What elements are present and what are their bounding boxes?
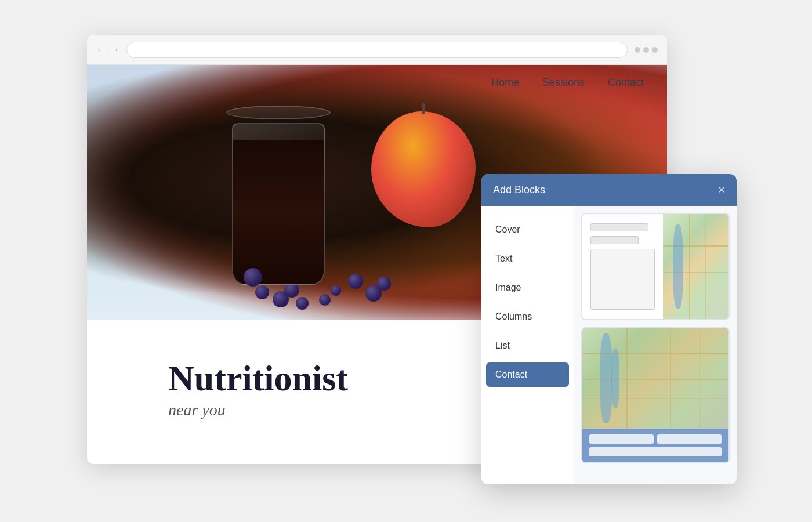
blueberry-2 [296, 297, 309, 310]
panel-header: Add Blocks × [481, 174, 737, 206]
smoothie-glass [220, 88, 336, 285]
map-water-full-2 [611, 349, 619, 409]
map-road-full-v1 [626, 328, 628, 429]
dot-2 [643, 47, 649, 53]
browser-dots [635, 47, 658, 53]
nav-sessions[interactable]: Sessions [542, 77, 585, 89]
preview-map-full [582, 328, 728, 429]
block-preview [574, 206, 737, 484]
preview-form-row-1 [589, 434, 722, 444]
preview-form-input-full [589, 447, 722, 456]
block-menu: Cover Text Image Columns List Contact [481, 206, 574, 484]
menu-item-contact[interactable]: Contact [486, 362, 569, 387]
dot-1 [635, 47, 640, 53]
glass-body [232, 123, 325, 285]
nav-contact[interactable]: Contact [608, 77, 644, 89]
menu-item-image[interactable]: Image [481, 273, 574, 302]
preview-input-2 [590, 236, 639, 244]
map-water-full-1 [600, 334, 612, 424]
add-blocks-panel: Add Blocks × Cover Text Image Columns Li… [481, 174, 737, 484]
blueberry-4 [319, 294, 331, 306]
menu-item-cover[interactable]: Cover [481, 215, 574, 244]
preview-map-side [663, 214, 728, 319]
glass-rim [226, 106, 331, 119]
blueberry-lg-2 [348, 274, 363, 289]
blueberry-lg-1 [244, 268, 262, 287]
preview-form-side [582, 214, 663, 319]
panel-close-button[interactable]: × [718, 183, 725, 197]
back-arrow[interactable]: ← [96, 45, 106, 55]
map-road-v2 [705, 214, 706, 319]
apple-stem [422, 103, 425, 114]
url-bar[interactable] [126, 42, 628, 58]
blueberry-3 [255, 285, 269, 299]
scene: ← → [87, 35, 725, 487]
blueberry-6 [331, 285, 341, 296]
forward-arrow[interactable]: → [110, 45, 119, 55]
apple [371, 111, 476, 227]
map-water-1 [673, 224, 683, 309]
browser-nav: ← → [96, 45, 119, 55]
map-road-v1 [689, 214, 690, 319]
preview-textarea [590, 249, 655, 310]
preview-input-1 [590, 223, 648, 231]
blueberry-sm-1 [377, 277, 391, 291]
browser-toolbar: ← → [87, 35, 667, 65]
menu-item-list[interactable]: List [481, 331, 574, 360]
map-road-full-v2 [670, 328, 671, 429]
panel-title: Add Blocks [493, 184, 545, 196]
dot-3 [652, 47, 658, 53]
preview-card-2[interactable] [581, 327, 730, 463]
nav-home[interactable]: Home [491, 77, 519, 89]
preview-form-input-2 [657, 434, 722, 444]
site-navbar: Home Sessions Contact [87, 65, 667, 100]
panel-body: Cover Text Image Columns List Contact [481, 206, 737, 484]
preview-form-input-1 [589, 434, 654, 444]
menu-item-text[interactable]: Text [481, 244, 574, 273]
map-road-full-v3 [699, 328, 700, 429]
preview-form-below [582, 429, 728, 462]
menu-item-columns[interactable]: Columns [481, 302, 574, 331]
smoothie-fill [233, 140, 324, 284]
preview-card-1[interactable] [581, 213, 730, 320]
